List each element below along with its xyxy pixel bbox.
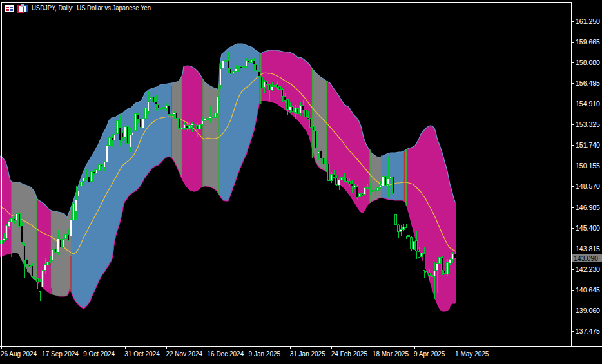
svg-text:153.325: 153.325 [576,120,600,128]
svg-text:156.495: 156.495 [576,79,600,87]
svg-text:22 Nov 2024: 22 Nov 2024 [166,350,202,358]
svg-text:145.400: 145.400 [576,224,600,232]
svg-text:159.665: 159.665 [576,38,600,46]
svg-text:16 Dec 2024: 16 Dec 2024 [208,350,244,358]
svg-text:146.985: 146.985 [576,204,600,211]
svg-text:26 Aug 2024: 26 Aug 2024 [1,350,37,358]
svg-text:31 Oct 2024: 31 Oct 2024 [124,350,160,358]
svg-text:158.080: 158.080 [576,59,600,66]
svg-text:USDJPY, Daily: US Dollar vs J: USDJPY, Daily: US Dollar vs Japanese Yen [32,5,151,12]
svg-text:18 Mar 2025: 18 Mar 2025 [373,350,409,358]
svg-text:150.155: 150.155 [576,162,600,169]
svg-text:140.645: 140.645 [576,286,600,294]
svg-text:9 Apr 2025: 9 Apr 2025 [414,350,445,358]
svg-text:151.740: 151.740 [576,141,600,149]
svg-text:148.570: 148.570 [576,182,600,190]
svg-text:31 Jan 2025: 31 Jan 2025 [290,350,325,358]
svg-text:1 May 2025: 1 May 2025 [455,350,489,358]
svg-text:24 Feb 2025: 24 Feb 2025 [331,350,368,358]
svg-text:17 Sep 2024: 17 Sep 2024 [42,350,79,358]
svg-text:9 Oct 2024: 9 Oct 2024 [83,350,115,358]
svg-text:154.910: 154.910 [576,100,600,108]
svg-text:161.250: 161.250 [576,17,600,25]
svg-text:142.230: 142.230 [576,265,600,273]
svg-text:139.060: 139.060 [576,307,600,314]
svg-text:9 Jan 2025: 9 Jan 2025 [249,350,281,358]
svg-text:143.815: 143.815 [576,245,600,253]
svg-text:143.090: 143.090 [574,254,598,262]
svg-text:137.475: 137.475 [576,327,600,335]
